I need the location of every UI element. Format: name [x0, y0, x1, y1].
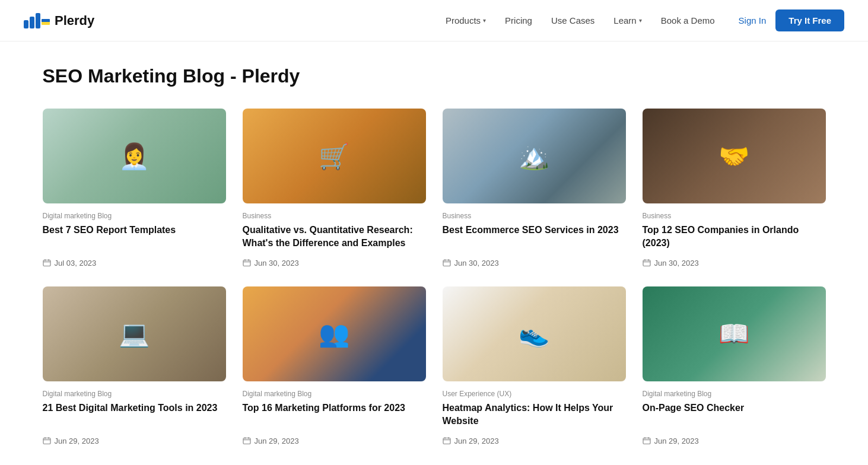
nav-item-learn[interactable]: Learn ▾: [613, 15, 641, 26]
card-title: Top 16 Marketing Platforms for 2023: [243, 402, 426, 428]
card-date: Jun 29, 2023: [43, 437, 226, 445]
card-category: Digital marketing Blog: [243, 390, 426, 398]
blog-card[interactable]: 👩‍💼 Digital marketing Blog Best 7 SEO Re…: [43, 109, 226, 267]
svg-rect-4: [243, 260, 250, 266]
sign-in-link[interactable]: Sign In: [739, 15, 767, 26]
card-image-inner: 👩‍💼: [43, 109, 226, 203]
blog-card[interactable]: 👟 User Experience (UX) Heatmap Analytics…: [443, 286, 626, 445]
nav-item-usecases[interactable]: Use Cases: [551, 15, 594, 26]
calendar-icon: [243, 259, 251, 267]
calendar-icon: [643, 437, 651, 445]
calendar-icon: [643, 259, 651, 267]
calendar-icon: [443, 259, 451, 267]
logo-flag: [42, 19, 50, 25]
card-image: 👩‍💼: [43, 109, 226, 203]
card-date: Jun 29, 2023: [243, 437, 426, 445]
card-date-text: Jun 30, 2023: [654, 259, 699, 267]
card-date-text: Jul 03, 2023: [55, 259, 97, 267]
svg-rect-16: [43, 438, 50, 444]
card-category: Business: [443, 212, 626, 220]
card-image-inner: 👟: [443, 286, 626, 381]
svg-rect-8: [443, 260, 450, 266]
card-date: Jun 29, 2023: [643, 437, 826, 445]
nav-link-usecases[interactable]: Use Cases: [551, 15, 594, 26]
svg-rect-24: [443, 438, 450, 444]
card-date: Jun 29, 2023: [443, 437, 626, 445]
blog-card[interactable]: 📖 Digital marketing Blog On-Page SEO Che…: [643, 286, 826, 445]
card-date-text: Jun 30, 2023: [454, 259, 499, 267]
try-free-button[interactable]: Try It Free: [775, 9, 844, 31]
nav-links: Products ▾ Pricing Use Cases Learn ▾ Boo…: [446, 15, 715, 26]
card-image: 💻: [43, 286, 226, 381]
nav-actions: Sign In Try It Free: [739, 9, 844, 31]
calendar-icon: [43, 259, 51, 267]
nav-link-learn[interactable]: Learn ▾: [613, 15, 641, 26]
nav-link-products[interactable]: Products ▾: [446, 15, 486, 26]
card-image: 👟: [443, 286, 626, 381]
card-image: 🏔️: [443, 109, 626, 203]
calendar-icon: [43, 437, 51, 445]
nav-item-demo[interactable]: Book a Demo: [661, 15, 715, 26]
card-date: Jun 30, 2023: [443, 259, 626, 267]
logo[interactable]: Plerdy: [24, 13, 94, 28]
card-image-inner: 🛒: [243, 109, 426, 203]
logo-bar-2: [30, 17, 34, 28]
card-image: 👥: [243, 286, 426, 381]
logo-bar-3: [36, 13, 40, 28]
svg-rect-28: [643, 438, 650, 444]
nav-link-pricing[interactable]: Pricing: [505, 15, 532, 26]
blog-card[interactable]: 🛒 Business Qualitative vs. Quantitative …: [243, 109, 426, 267]
card-date-text: Jun 29, 2023: [255, 437, 299, 445]
calendar-icon: [443, 437, 451, 445]
card-category: Digital marketing Blog: [43, 212, 226, 220]
blog-card[interactable]: 🏔️ Business Best Ecommerce SEO Services …: [443, 109, 626, 267]
svg-rect-12: [643, 260, 650, 266]
blog-card[interactable]: 🤝 Business Top 12 SEO Companies in Orlan…: [643, 109, 826, 267]
card-title: 21 Best Digital Marketing Tools in 2023: [43, 402, 226, 428]
card-image-inner: 📖: [643, 286, 826, 381]
chevron-down-icon: ▾: [483, 17, 486, 24]
blog-grid: 👩‍💼 Digital marketing Blog Best 7 SEO Re…: [43, 109, 826, 445]
card-title: Qualitative vs. Quantitative Research: W…: [243, 224, 426, 250]
navbar: Plerdy Products ▾ Pricing Use Cases Lear…: [0, 0, 868, 42]
card-category: User Experience (UX): [443, 390, 626, 398]
main-content: SEO Marketing Blog - Plerdy 👩‍💼 Digital …: [19, 42, 850, 465]
card-date-text: Jun 30, 2023: [255, 259, 299, 267]
calendar-icon: [243, 437, 251, 445]
card-image-inner: 👥: [243, 286, 426, 381]
nav-item-pricing[interactable]: Pricing: [505, 15, 532, 26]
nav-link-demo[interactable]: Book a Demo: [661, 15, 715, 26]
card-image: 🛒: [243, 109, 426, 203]
card-category: Digital marketing Blog: [43, 390, 226, 398]
svg-rect-20: [243, 438, 250, 444]
card-date-text: Jun 29, 2023: [55, 437, 99, 445]
svg-rect-0: [43, 260, 50, 266]
logo-icon: [24, 13, 50, 28]
card-title: Top 12 SEO Companies in Orlando (2023): [643, 224, 826, 250]
card-image-inner: 💻: [43, 286, 226, 381]
nav-item-products[interactable]: Products ▾: [446, 15, 486, 26]
blog-card[interactable]: 👥 Digital marketing Blog Top 16 Marketin…: [243, 286, 426, 445]
card-date-text: Jun 29, 2023: [454, 437, 499, 445]
card-image-inner: 🏔️: [443, 109, 626, 203]
card-date: Jun 30, 2023: [243, 259, 426, 267]
card-image-inner: 🤝: [643, 109, 826, 203]
logo-bar-1: [24, 20, 28, 28]
card-title: On-Page SEO Checker: [643, 402, 826, 428]
card-image: 📖: [643, 286, 826, 381]
card-date: Jul 03, 2023: [43, 259, 226, 267]
card-date: Jun 30, 2023: [643, 259, 826, 267]
chevron-down-icon-learn: ▾: [639, 17, 642, 24]
page-title: SEO Marketing Blog - Plerdy: [43, 65, 826, 87]
card-category: Business: [243, 212, 426, 220]
card-image: 🤝: [643, 109, 826, 203]
card-category: Business: [643, 212, 826, 220]
card-title: Best Ecommerce SEO Services in 2023: [443, 224, 626, 250]
blog-card[interactable]: 💻 Digital marketing Blog 21 Best Digital…: [43, 286, 226, 445]
logo-text: Plerdy: [55, 13, 94, 28]
card-category: Digital marketing Blog: [643, 390, 826, 398]
card-title: Best 7 SEO Report Templates: [43, 224, 226, 250]
card-date-text: Jun 29, 2023: [654, 437, 699, 445]
card-title: Heatmap Analytics: How It Helps Your Web…: [443, 402, 626, 428]
